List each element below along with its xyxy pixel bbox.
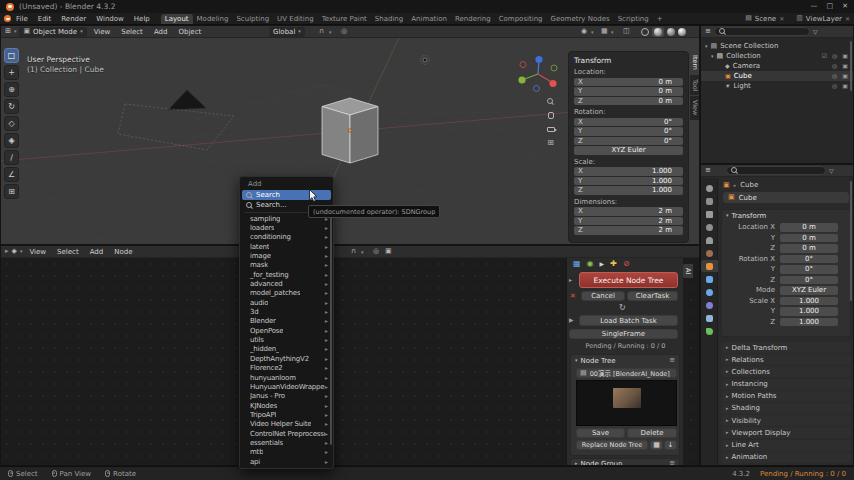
add-workspace-button[interactable]: + [653, 14, 667, 24]
add-menu-item[interactable]: OpenPose [240, 326, 333, 335]
collection-checkbox-icon[interactable] [822, 53, 827, 59]
viewport-menu-select[interactable]: Select [117, 28, 147, 36]
menu-file[interactable]: File [11, 15, 33, 23]
add-menu-item[interactable]: hunyuanloom [240, 373, 333, 382]
ai-render-icon[interactable] [587, 260, 594, 268]
location-field[interactable]: Z0 m [574, 97, 683, 106]
add-menu-scrollbar[interactable] [330, 217, 332, 445]
editor-type-chevron-icon[interactable] [14, 29, 17, 34]
add-menu-item[interactable]: mask [240, 261, 333, 270]
tool-measure[interactable] [4, 167, 19, 182]
tab-scene[interactable] [701, 234, 718, 246]
sidebar-tab-item[interactable]: Item [690, 51, 700, 74]
add-menu-item[interactable]: model_patches [240, 289, 333, 298]
transform-panel-title[interactable]: Transform [732, 212, 767, 220]
property-value-field[interactable]: 1.000 [780, 297, 838, 306]
property-value-field[interactable]: 0° [780, 265, 838, 274]
scale-field[interactable]: X1.000 [574, 167, 683, 176]
object-name-field[interactable]: Cube [723, 192, 849, 203]
outliner-scrollbar[interactable] [850, 41, 852, 91]
chevron-down-icon[interactable] [575, 358, 578, 363]
add-menu-item[interactable]: api [240, 457, 333, 466]
save-button[interactable]: Save [576, 428, 625, 438]
node-editor-type-icon[interactable] [12, 248, 17, 255]
mode-selector[interactable]: Object Mode [19, 27, 86, 37]
close-button[interactable] [842, 3, 848, 10]
properties-section-header[interactable]: Motion Paths [721, 391, 851, 402]
viewport-menu-add[interactable]: Add [150, 28, 172, 36]
disable-render-icon[interactable] [842, 73, 848, 79]
hide-viewport-icon[interactable] [832, 83, 837, 89]
overlays-chevron-icon[interactable] [611, 30, 614, 35]
gizmo-toggle-icon[interactable] [581, 28, 587, 35]
viewport-menu-object[interactable]: Object [174, 28, 205, 36]
node-menu-node[interactable]: Node [110, 248, 136, 256]
hide-viewport-icon[interactable] [832, 73, 837, 79]
shading-solid-active[interactable] [652, 27, 664, 37]
ai-add-icon[interactable] [610, 260, 617, 268]
menu-edit[interactable]: Edit [33, 15, 57, 23]
properties-section-header[interactable]: Visibility [721, 415, 851, 426]
transform-orientation-selector[interactable]: Global [269, 27, 305, 37]
menu-render[interactable]: Render [56, 15, 91, 23]
sidebar-tab-tool[interactable]: Tool [690, 75, 700, 96]
ai-panel-tab[interactable]: AI [683, 264, 693, 278]
frame-mode-dropdown[interactable]: SingleFrame [569, 329, 678, 339]
disable-render-icon[interactable] [842, 83, 848, 89]
outliner-search-field[interactable] [714, 27, 810, 36]
add-menu-item[interactable]: image [240, 251, 333, 260]
add-menu-item[interactable]: mtb [240, 448, 333, 457]
workspace-tab-geometrynodes[interactable]: Geometry Nodes [547, 14, 614, 24]
snap-magnet-icon[interactable] [319, 28, 324, 35]
replace-node-tree-button[interactable]: Replace Node Tree [576, 440, 648, 450]
tool-annotate[interactable] [4, 150, 19, 165]
disable-render-icon[interactable] [842, 63, 848, 69]
minimize-button[interactable] [811, 3, 818, 10]
add-menu-item[interactable]: essentials [240, 438, 333, 447]
shading-wireframe-icon[interactable] [641, 28, 649, 36]
properties-section-header[interactable]: Collections [721, 366, 851, 377]
add-menu-item[interactable]: TripoAPI [240, 410, 333, 419]
delete-button[interactable]: Delete [627, 428, 677, 438]
workspace-tab-shading[interactable]: Shading [371, 14, 407, 24]
workspace-tab-rendering[interactable]: Rendering [451, 14, 495, 24]
workspace-tab-texturepaint[interactable]: Texture Paint [318, 14, 371, 24]
properties-section-header[interactable]: Delta Transform [721, 342, 851, 353]
node-snap-magnet-icon[interactable] [351, 248, 356, 255]
tool-select-box[interactable] [4, 48, 19, 63]
ai-stop-icon[interactable] [623, 260, 630, 268]
panel-menu-icon[interactable] [669, 357, 675, 364]
tool-cursor[interactable] [4, 65, 19, 80]
camera-view-control[interactable] [544, 123, 557, 135]
ai-play-icon[interactable] [600, 261, 605, 267]
sidebar-tab-view[interactable]: View [690, 96, 700, 119]
location-field[interactable]: Y0 m [574, 87, 683, 96]
dimension-field[interactable]: Z2 m [574, 226, 683, 235]
add-menu-item[interactable]: Janus - Pro [240, 392, 333, 401]
dimension-field[interactable]: X2 m [574, 207, 683, 216]
properties-section-header[interactable]: Viewport Display [721, 427, 851, 438]
proportional-editing-icon[interactable] [341, 28, 347, 35]
property-value-field[interactable]: 0° [780, 276, 838, 285]
load-batch-task-button[interactable]: Load Batch Task [579, 315, 678, 326]
location-field[interactable]: X0 m [574, 78, 683, 87]
tab-output[interactable] [701, 208, 718, 220]
node-snap-chevron-icon[interactable] [361, 250, 364, 255]
add-menu-item[interactable]: KJNodes [240, 401, 333, 410]
add-menu-item[interactable]: latent [240, 242, 333, 251]
tab-particles[interactable] [701, 286, 718, 298]
import-button[interactable] [664, 440, 677, 450]
tab-object[interactable] [701, 260, 718, 272]
add-menu-item[interactable]: conditioning [240, 233, 333, 242]
property-value-field[interactable]: 0 m [780, 234, 838, 243]
tab-tool[interactable] [701, 182, 718, 194]
expand-icon[interactable] [711, 54, 714, 59]
clear-task-button[interactable]: ClearTask [627, 291, 678, 301]
execute-node-tree-button[interactable]: Execute Node Tree [579, 272, 678, 288]
node-group-icon[interactable] [385, 248, 392, 255]
outliner-row-scene-collection[interactable]: Scene Collection [701, 41, 853, 51]
chevron-down-icon[interactable] [726, 213, 729, 218]
workspace-tab-layout[interactable]: Layout [161, 14, 193, 24]
snap-options-chevron-icon[interactable] [329, 30, 332, 35]
node-menu-add[interactable]: Add [86, 248, 108, 256]
